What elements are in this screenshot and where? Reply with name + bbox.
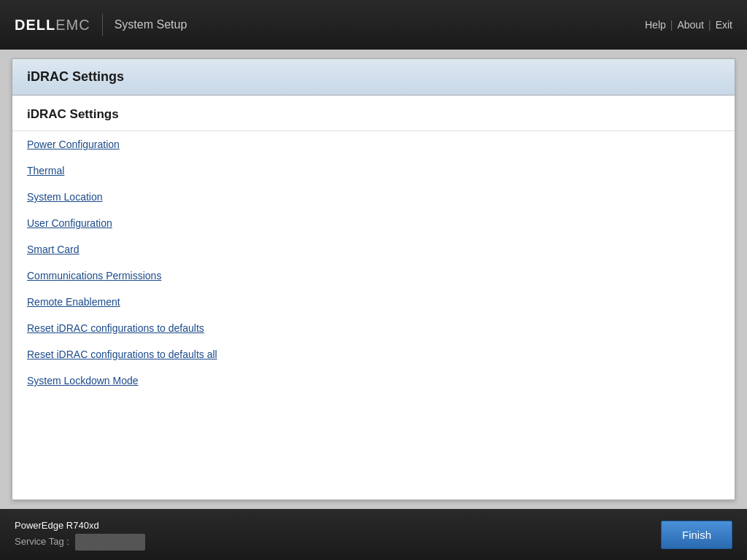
settings-list: Power ConfigurationThermalSystem Locatio… xyxy=(12,131,735,394)
service-tag-row: Service Tag : xyxy=(15,534,145,551)
service-tag-value xyxy=(75,534,145,551)
help-link[interactable]: Help xyxy=(645,19,666,31)
nav-separator-2: | xyxy=(708,19,711,31)
footer-info: PowerEdge R740xd Service Tag : xyxy=(15,518,145,551)
nav-separator-1: | xyxy=(670,19,673,31)
section-title: iDRAC Settings xyxy=(12,96,735,131)
system-setup-label: System Setup xyxy=(115,18,187,31)
list-item: Communications Permissions xyxy=(12,262,735,289)
finish-button[interactable]: Finish xyxy=(661,521,732,549)
settings-link[interactable]: System Location xyxy=(27,191,103,203)
header-divider xyxy=(102,14,103,36)
device-model: PowerEdge R740xd xyxy=(15,518,145,534)
service-tag-label: Service Tag : xyxy=(15,536,69,547)
list-item: Remote Enablement xyxy=(12,289,735,315)
settings-link[interactable]: Remote Enablement xyxy=(27,296,120,308)
footer: PowerEdge R740xd Service Tag : Finish xyxy=(0,509,747,560)
header: DELLEMC System Setup Help | About | Exit xyxy=(0,0,747,50)
settings-list-container[interactable]: Power ConfigurationThermalSystem Locatio… xyxy=(12,131,735,495)
list-item: System Lockdown Mode xyxy=(12,368,735,394)
list-item: Thermal xyxy=(12,158,735,184)
settings-link[interactable]: Communications Permissions xyxy=(27,270,161,281)
panel-body: iDRAC Settings Power ConfigurationTherma… xyxy=(12,96,735,495)
panel-title: iDRAC Settings xyxy=(27,69,720,85)
settings-link[interactable]: User Configuration xyxy=(27,217,112,229)
dell-emc-logo: DELLEMC xyxy=(15,17,90,34)
panel-header: iDRAC Settings xyxy=(12,59,735,96)
list-item: System Location xyxy=(12,184,735,210)
list-item: Power Configuration xyxy=(12,131,735,158)
header-nav: Help | About | Exit xyxy=(645,19,732,31)
content-panel: iDRAC Settings iDRAC Settings Power Conf… xyxy=(12,58,735,500)
list-item: Smart Card xyxy=(12,236,735,262)
settings-link[interactable]: Power Configuration xyxy=(27,139,120,150)
header-left: DELLEMC System Setup xyxy=(15,14,187,36)
main-content: iDRAC Settings iDRAC Settings Power Conf… xyxy=(0,50,747,509)
list-item: Reset iDRAC configurations to defaults xyxy=(12,315,735,341)
settings-link[interactable]: Reset iDRAC configurations to defaults xyxy=(27,322,204,334)
settings-link[interactable]: System Lockdown Mode xyxy=(27,375,139,386)
about-link[interactable]: About xyxy=(677,19,704,31)
settings-link[interactable]: Thermal xyxy=(27,165,64,176)
settings-link[interactable]: Reset iDRAC configurations to defaults a… xyxy=(27,349,217,360)
exit-link[interactable]: Exit xyxy=(716,19,732,31)
settings-link[interactable]: Smart Card xyxy=(27,244,80,255)
list-item: User Configuration xyxy=(12,210,735,236)
list-item: Reset iDRAC configurations to defaults a… xyxy=(12,341,735,368)
